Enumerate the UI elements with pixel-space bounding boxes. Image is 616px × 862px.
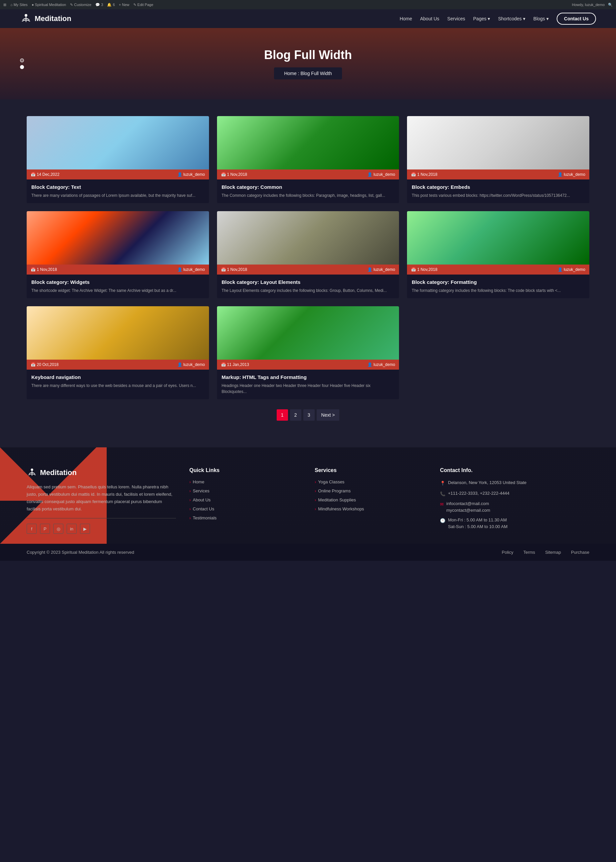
site-link[interactable]: ● Spiritual Meditation [31,3,66,7]
edit-page-link[interactable]: ✎ Edit Page [134,3,153,7]
footer-logo-icon [27,467,37,478]
blog-card-title[interactable]: Block category: Common [222,184,394,190]
logo[interactable]: Meditation [20,13,71,25]
user-greeting: Howdy, luzuk_demo [572,3,605,7]
hero-title: Blog Full Width [264,48,352,62]
blog-card-title[interactable]: Block category: Formatting [412,279,585,285]
footer-quicklinks: Quick Links Home Services About Us Conta… [189,467,301,534]
site-footer: Meditation Aliquam sed pretium sem. Phas… [0,448,616,544]
logo-text: Meditation [35,14,71,23]
list-item: Yoga Classes [315,479,427,484]
blog-card-excerpt: The formatting category includes the fol… [412,288,585,293]
list-item: Mindfulness Workshops [315,506,427,511]
nav-about[interactable]: About Us [420,16,439,21]
blog-card-image [217,116,399,169]
blog-card-title[interactable]: Block category: Layout Elements [222,279,394,285]
blog-card-excerpt: There are many variations of passages of… [31,192,204,199]
service-yoga[interactable]: Yoga Classes [315,479,427,484]
blog-card-author: 👤 luzuk_demo [367,362,395,367]
comments-link[interactable]: 💬 3 [95,3,103,7]
quicklink-home[interactable]: Home [189,479,301,484]
blog-card-date: 📅 20 Oct,2018 [31,362,59,367]
blog-card-title[interactable]: Keyboard navigation [31,374,204,380]
blog-card[interactable]: 📅 1 Nov,2018 👤 luzuk_demo Block category… [217,116,399,203]
instagram-icon[interactable]: ◎ [53,524,63,534]
blog-card-title[interactable]: Block Category: Text [31,184,204,190]
main-nav: Home About Us Services Pages ▾ Shortcode… [400,13,596,25]
blog-card-excerpt: This post tests various embed blocks: ht… [412,192,585,199]
list-item: Home [189,479,301,484]
blog-card-date: 📅 1 Nov,2018 [221,267,247,272]
quicklink-services[interactable]: Services [189,489,301,493]
blog-card-author: 👤 luzuk_demo [558,172,585,177]
terms-link[interactable]: Terms [523,550,535,555]
blog-card-author: 👤 luzuk_demo [367,267,395,272]
phone-icon: 📞 [440,491,445,497]
service-mindfulness[interactable]: Mindfulness Workshops [315,506,427,511]
blog-card[interactable]: 📅 1 Nov,2018 👤 luzuk_demo Block category… [27,211,209,298]
blog-card-meta: 📅 11 Jan,2013 👤 luzuk_demo [217,359,399,370]
blog-card[interactable]: 📅 1 Nov,2018 👤 luzuk_demo Block category… [407,211,589,298]
footer-brand: Meditation Aliquam sed pretium sem. Phas… [27,467,176,534]
blog-card[interactable]: 📅 1 Nov,2018 👤 luzuk_demo Block category… [217,211,399,298]
blog-card-author: 👤 luzuk_demo [558,267,585,272]
blog-card-date: 📅 1 Nov,2018 [411,172,437,177]
blog-card[interactable]: 📅 1 Nov,2018 👤 luzuk_demo Block category… [407,116,589,203]
contact-email: ✉ infocontact@mail.commycontact@email.co… [440,500,589,514]
blog-card-image [27,306,209,359]
quicklinks-title: Quick Links [189,467,301,473]
blog-card-title[interactable]: Markup: HTML Tags and Formatting [222,374,394,380]
blog-card[interactable]: 📅 14 Dec,2022 👤 luzuk_demo Block Categor… [27,116,209,203]
blog-card-body: Block category: Layout Elements The Layo… [217,274,399,298]
slider-dot-1[interactable] [20,58,24,62]
location-icon: 📍 [440,480,445,487]
quicklink-contact[interactable]: Contact Us [189,506,301,511]
slider-dot-2[interactable] [20,65,24,69]
quicklink-about[interactable]: About Us [189,497,301,503]
logo-icon [20,13,32,25]
page-1-button[interactable]: 1 [277,409,288,421]
youtube-icon[interactable]: ▶ [80,524,90,534]
nav-shortcodes[interactable]: Shortcodes ▾ [498,16,525,21]
blog-card-title[interactable]: Block category: Widgets [31,279,204,285]
linkedin-icon[interactable]: in [67,524,77,534]
blog-card-meta: 📅 1 Nov,2018 👤 luzuk_demo [217,265,399,274]
my-sites-link[interactable]: ⌂ My Sites [10,3,28,7]
contact-hours: 🕐 Mon-Fri : 5.00 AM to 11.30 AMSat-Sun :… [440,517,589,530]
purchase-link[interactable]: Purchase [571,550,589,555]
services-list: Yoga Classes Online Programs Meditation … [315,479,427,511]
nav-services[interactable]: Services [447,16,465,21]
footer-bottom: Copyright © 2023 Spiritual Meditation Al… [0,544,616,561]
customize-link[interactable]: ✎ Customize [70,3,91,7]
site-header: Meditation Home About Us Services Pages … [0,9,616,28]
blog-card-title[interactable]: Block category: Embeds [412,184,585,190]
sitemap-link[interactable]: Sitemap [545,550,561,555]
blog-card-image [407,211,589,265]
quicklink-testimonials[interactable]: Testimonials [189,515,301,520]
blog-card-body: Block category: Common The Common catego… [217,180,399,203]
blog-card-image [27,211,209,265]
nav-home[interactable]: Home [400,16,412,21]
blog-card[interactable]: 📅 11 Jan,2013 👤 luzuk_demo Markup: HTML … [217,306,399,399]
page-2-button[interactable]: 2 [290,409,301,421]
service-meditation[interactable]: Meditation Supplies [315,497,427,503]
service-online[interactable]: Online Programs [315,489,427,493]
new-link[interactable]: + New [119,3,130,7]
policy-link[interactable]: Policy [502,550,513,555]
pinterest-icon[interactable]: P [40,524,50,534]
updates-link[interactable]: 🔔 6 [107,3,115,7]
next-page-button[interactable]: Next > [317,409,339,421]
facebook-icon[interactable]: f [27,524,37,534]
nav-blogs[interactable]: Blogs ▾ [533,16,548,21]
blog-card-excerpt: The Layout Elements category includes th… [222,288,394,293]
search-icon[interactable]: 🔍 [608,3,613,7]
wp-logo[interactable]: ⊞ [3,3,6,7]
blog-card-date: 📅 14 Dec,2022 [31,172,59,177]
contact-button[interactable]: Contact Us [557,13,596,25]
nav-pages[interactable]: Pages ▾ [473,16,490,21]
page-3-button[interactable]: 3 [303,409,315,421]
blog-card[interactable]: 📅 20 Oct,2018 👤 luzuk_demo Keyboard navi… [27,306,209,399]
footer-grid: Meditation Aliquam sed pretium sem. Phas… [27,467,589,534]
footer-logo: Meditation [27,467,176,478]
blog-card-date: 📅 1 Nov,2018 [31,267,57,272]
